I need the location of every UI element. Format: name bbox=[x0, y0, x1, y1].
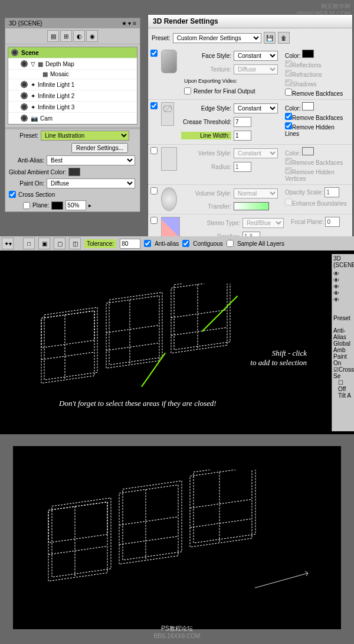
tree-item-label: Cam bbox=[40, 115, 53, 122]
stereo-enable-checkbox[interactable] bbox=[150, 217, 158, 224]
edge-remove-hl-checkbox[interactable] bbox=[285, 122, 292, 129]
volume-enable-checkbox[interactable] bbox=[150, 187, 158, 194]
plane-opacity-input[interactable] bbox=[65, 200, 86, 210]
tree-row[interactable]: ✦Infinite Light 1 bbox=[8, 79, 137, 90]
save-icon[interactable]: 💾 bbox=[264, 32, 276, 44]
vertex-preview-icon bbox=[161, 147, 177, 171]
transfer-gradient bbox=[234, 202, 269, 210]
face-enable-checkbox[interactable] bbox=[150, 50, 158, 57]
vertex-section: Vertex Style:Constant Radius: Color: Rem… bbox=[148, 145, 352, 185]
add-selection-icon[interactable]: ▣ bbox=[38, 238, 50, 249]
refractions-label: Refractions bbox=[292, 71, 322, 78]
refractions-checkbox bbox=[285, 70, 292, 77]
footer-text1: PS教程论坛 bbox=[0, 625, 354, 633]
volume-section: Volume Style:Normal Transfer: Opacity Sc… bbox=[148, 185, 352, 214]
visibility-icon[interactable] bbox=[20, 92, 28, 100]
cross-section-row: Cross Section bbox=[5, 190, 140, 199]
svg-line-18 bbox=[48, 547, 107, 555]
mesh-icon[interactable]: ⊞ bbox=[60, 30, 72, 42]
contiguous-label: Contiguous bbox=[193, 240, 223, 247]
tree-row[interactable]: ✦Infinite Light 3 bbox=[8, 102, 137, 113]
render-settings-button[interactable]: Render Settings... bbox=[71, 143, 128, 153]
svg-line-3 bbox=[41, 352, 94, 360]
scene-panel-title: 3D {SCENE} bbox=[9, 20, 42, 27]
visibility-icon[interactable] bbox=[11, 48, 19, 57]
visibility-icon[interactable] bbox=[20, 114, 28, 122]
final-output-checkbox[interactable] bbox=[184, 87, 191, 95]
paint-on-row: Paint On: Diffuse bbox=[5, 177, 140, 190]
paint-on-select[interactable]: Diffuse bbox=[47, 178, 135, 188]
material-icon[interactable]: ◐ bbox=[73, 30, 85, 42]
vertex-enable-checkbox[interactable] bbox=[150, 147, 158, 154]
vertex-style-select: Constant bbox=[234, 148, 278, 158]
preset-select[interactable]: Line Illustration bbox=[41, 131, 129, 141]
vertex-color-label: Color: bbox=[285, 150, 301, 157]
ambient-color-swatch[interactable] bbox=[68, 168, 80, 176]
scene-panel: 3D {SCENE} ★ ▾ ≡ ▤ ⊞ ◐ ◉ Scene ▽▦Depth M… bbox=[5, 18, 140, 212]
edge-color-swatch[interactable] bbox=[302, 102, 314, 110]
face-style-select[interactable]: Constant bbox=[234, 51, 278, 61]
scene-toolbar: ▤ ⊞ ◐ ◉ bbox=[5, 28, 140, 44]
contiguous-checkbox[interactable] bbox=[182, 240, 189, 247]
intersect-selection-icon[interactable]: ◫ bbox=[69, 238, 81, 249]
tree-row[interactable]: ▽▦Depth Map bbox=[8, 58, 137, 70]
visibility-icon[interactable] bbox=[20, 103, 28, 111]
visibility-icon[interactable] bbox=[20, 60, 28, 68]
svg-line-7 bbox=[106, 343, 159, 350]
tree-row[interactable]: 📷Cam bbox=[8, 113, 137, 124]
canvas-middle: ✦▾ □ ▣ ▢ ◫ Tolerance: Anti-alias Contigu… bbox=[0, 236, 354, 434]
final-output-label: Render for Final Output bbox=[194, 88, 255, 95]
dlg-preset-select[interactable]: Custom Render Settings bbox=[173, 33, 261, 43]
antialias-opt-label: Anti-alias bbox=[155, 240, 179, 247]
dlg-preset-label: Preset: bbox=[152, 35, 171, 41]
svg-rect-4 bbox=[106, 295, 159, 368]
new-selection-icon[interactable]: □ bbox=[23, 238, 35, 249]
sample-all-checkbox[interactable] bbox=[227, 240, 234, 247]
svg-rect-0 bbox=[41, 311, 94, 383]
antialias-select[interactable]: Best bbox=[47, 155, 135, 165]
cut-cross: Cross Se bbox=[333, 366, 354, 379]
scene-panel-header: 3D {SCENE} ★ ▾ ≡ bbox=[5, 18, 140, 28]
visibility-icon[interactable] bbox=[20, 80, 28, 89]
svg-line-26 bbox=[190, 519, 252, 528]
tree-item-label: Infinite Light 2 bbox=[38, 93, 74, 99]
edge-enable-checkbox[interactable] bbox=[150, 102, 158, 109]
preset-row: Preset: Line Illustration bbox=[5, 129, 140, 142]
svg-line-22 bbox=[119, 536, 178, 545]
cross-section-checkbox[interactable] bbox=[9, 191, 16, 198]
tree-scene-row[interactable]: Scene bbox=[8, 47, 137, 58]
edge-preview-icon bbox=[161, 102, 174, 126]
vertex-remove-bf-checkbox bbox=[285, 158, 292, 165]
edge-remove-bf-label: Remove Backfaces bbox=[292, 115, 343, 121]
line-width-input[interactable] bbox=[234, 131, 251, 141]
plane-checkbox[interactable] bbox=[23, 202, 30, 209]
cut-off: Off bbox=[333, 386, 353, 392]
edge-remove-bf-checkbox[interactable] bbox=[285, 113, 292, 120]
subtract-selection-icon[interactable]: ▢ bbox=[54, 238, 65, 249]
tolerance-input[interactable] bbox=[120, 239, 140, 249]
texture-select: Diffuse bbox=[234, 64, 278, 74]
antialias-checkbox[interactable] bbox=[144, 240, 151, 247]
remove-backfaces-label: Remove Backfaces bbox=[292, 90, 343, 97]
tool-icon[interactable]: ✦▾ bbox=[2, 238, 14, 249]
remove-backfaces-checkbox[interactable] bbox=[285, 89, 292, 96]
tree-row[interactable]: ▦Mosaic bbox=[8, 70, 137, 79]
render-settings-row: Render Settings... bbox=[5, 142, 140, 154]
svg-rect-23 bbox=[190, 470, 252, 547]
vertex-color-swatch bbox=[302, 147, 314, 155]
vertex-remove-hv-checkbox bbox=[285, 167, 292, 174]
filter-icon[interactable]: ▤ bbox=[47, 30, 59, 42]
canvas-bottom bbox=[13, 446, 341, 629]
chevron-icon[interactable]: ▸ bbox=[88, 202, 91, 209]
tree-row[interactable]: ✦Infinite Light 2 bbox=[8, 90, 137, 102]
face-color-swatch[interactable] bbox=[302, 50, 314, 58]
edge-style-select[interactable]: Constant bbox=[234, 103, 278, 113]
light-icon[interactable]: ◉ bbox=[86, 30, 98, 42]
tree-item-label: Infinite Light 1 bbox=[38, 82, 74, 88]
plane-label: Plane: bbox=[32, 202, 49, 209]
delete-icon[interactable]: 🗑 bbox=[278, 32, 290, 44]
vertex-radius-input bbox=[234, 162, 251, 172]
plane-color-swatch[interactable] bbox=[51, 201, 63, 210]
options-bar: ✦▾ □ ▣ ▢ ◫ Tolerance: Anti-alias Contigu… bbox=[0, 236, 354, 251]
crease-input[interactable] bbox=[234, 117, 251, 127]
